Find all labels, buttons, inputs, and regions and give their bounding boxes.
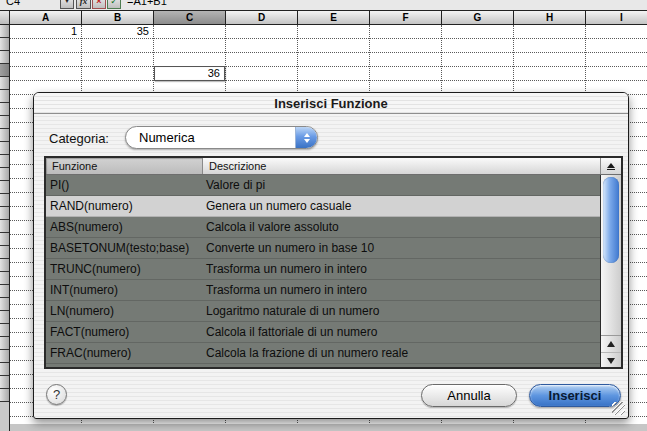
row-header-19[interactable] (0, 259, 9, 272)
row-header-29[interactable] (0, 389, 9, 402)
popup-arrows-icon (295, 127, 317, 148)
arrow-up-icon (607, 341, 615, 347)
row-header-25[interactable] (0, 337, 9, 350)
row-header-3[interactable] (0, 51, 9, 64)
column-header-D[interactable]: D (226, 11, 298, 24)
column-header-descrizione[interactable]: Descrizione (203, 158, 600, 174)
row-header-4[interactable] (0, 64, 9, 77)
column-header-A[interactable]: A (10, 11, 82, 24)
function-row[interactable]: SQRT(numero)Calcola la radice quadrata d… (46, 364, 600, 367)
function-row[interactable]: FACT(numero)Calcola il fattoriale di un … (46, 322, 600, 343)
function-row[interactable]: FRAC(numero)Calcola la frazione di un nu… (46, 343, 600, 364)
column-header-B[interactable]: B (82, 11, 154, 24)
row-header-23[interactable] (0, 311, 9, 324)
row-header-27[interactable] (0, 363, 9, 376)
function-row[interactable]: RAND(numero)Genera un numero casuale (46, 196, 600, 217)
function-row[interactable]: TRUNC(numero)Trasforma un numero in inte… (46, 259, 600, 280)
row-header-17[interactable] (0, 233, 9, 246)
row-header-20[interactable] (0, 272, 9, 285)
column-headers: ABCDEFGHI (10, 10, 647, 25)
row-header-24[interactable] (0, 324, 9, 337)
insert-button[interactable]: Inserisci (529, 384, 621, 407)
function-list: Funzione Descrizione PI()Valore di piRAN… (44, 156, 623, 369)
row-header-16[interactable] (0, 220, 9, 233)
sort-button[interactable] (600, 158, 621, 174)
cancel-button[interactable]: Annulla (421, 384, 517, 407)
column-header-funzione[interactable]: Funzione (46, 158, 203, 174)
help-button[interactable]: ? (46, 384, 67, 405)
row-header-12[interactable] (0, 168, 9, 181)
function-name: TRUNC(numero) (50, 259, 141, 280)
cell-C4[interactable]: 36 (154, 66, 225, 81)
function-description: Genera un numero casuale (206, 196, 351, 217)
cell-reference[interactable]: C4 (6, 0, 20, 7)
gridline-horizontal (10, 66, 647, 67)
list-scrollbar[interactable] (600, 175, 621, 367)
scroll-down-button[interactable] (601, 352, 621, 368)
function-name: FRAC(numero) (50, 343, 131, 364)
resize-grip[interactable] (612, 402, 625, 415)
row-header-15[interactable] (0, 207, 9, 220)
row-header-22[interactable] (0, 298, 9, 311)
function-row[interactable]: BASETONUM(testo;base)Converte un numero … (46, 238, 600, 259)
function-name: BASETONUM(testo;base) (50, 238, 189, 259)
formula-bar: C4 ▼ fx × ✓ =A1+B1 (0, 0, 647, 10)
row-header-7[interactable] (0, 103, 9, 116)
formula-input[interactable]: =A1+B1 (127, 0, 167, 7)
function-name: PI() (50, 175, 69, 196)
sheet-corner-cell (0, 10, 10, 25)
function-name: ABS(numero) (50, 217, 123, 238)
column-header-I[interactable]: I (586, 11, 647, 24)
function-row[interactable]: LN(numero)Logaritmo naturale di un numer… (46, 301, 600, 322)
accept-entry-icon[interactable]: ✓ (107, 0, 121, 9)
row-header-14[interactable] (0, 194, 9, 207)
row-headers (0, 25, 10, 431)
column-header-C[interactable]: C (154, 11, 226, 24)
dialog-title: Inserisci Funzione (34, 93, 628, 114)
row-header-18[interactable] (0, 246, 9, 259)
row-header-5[interactable] (0, 77, 9, 90)
dialog-titlebar[interactable]: Inserisci Funzione (34, 93, 628, 114)
row-header-2[interactable] (0, 38, 9, 51)
function-description: Trasforma un numero in intero (206, 280, 367, 301)
function-icon[interactable]: fx (76, 0, 91, 9)
function-description: Calcola il fattoriale di un numero (206, 322, 377, 343)
column-header-E[interactable]: E (298, 11, 370, 24)
function-row[interactable]: INT(numero)Trasforma un numero in intero (46, 280, 600, 301)
row-header-11[interactable] (0, 155, 9, 168)
column-header-G[interactable]: G (442, 11, 514, 24)
row-header-13[interactable] (0, 181, 9, 194)
row-header-10[interactable] (0, 142, 9, 155)
function-name: SQRT(numero) (50, 364, 132, 367)
category-label: Categoria: (49, 131, 109, 146)
sheet-bottom-band (10, 424, 647, 431)
column-header-F[interactable]: F (370, 11, 442, 24)
row-header-26[interactable] (0, 350, 9, 363)
insert-function-dialog: Inserisci Funzione Categoria: Numerica F… (33, 92, 629, 419)
scroll-up-button[interactable] (601, 336, 621, 352)
cell-A1[interactable]: 1 (10, 25, 81, 38)
scrollbar-thumb[interactable] (603, 177, 619, 263)
sort-icon (607, 163, 615, 168)
row-header-9[interactable] (0, 129, 9, 142)
function-rows: PI()Valore di piRAND(numero)Genera un nu… (46, 175, 600, 367)
row-header-6[interactable] (0, 90, 9, 103)
cell-B1[interactable]: 35 (82, 25, 153, 38)
row-header-1[interactable] (0, 25, 9, 38)
app-window: C4 ▼ fx × ✓ =A1+B1 ABCDEFGHI 13536 Inser… (0, 0, 647, 431)
row-header-28[interactable] (0, 376, 9, 389)
gridline-horizontal (10, 38, 647, 39)
column-header-H[interactable]: H (514, 11, 586, 24)
function-row[interactable]: ABS(numero)Calcola il valore assoluto (46, 217, 600, 238)
row-header-21[interactable] (0, 285, 9, 298)
category-popup[interactable]: Numerica (125, 126, 318, 149)
arrow-down-icon (607, 358, 615, 364)
cancel-entry-icon[interactable]: × (92, 0, 106, 9)
category-value: Numerica (139, 127, 195, 148)
row-header-8[interactable] (0, 116, 9, 129)
function-description: Calcola il valore assoluto (206, 217, 339, 238)
chevron-down-icon[interactable]: ▼ (60, 0, 74, 9)
function-description: Calcola la radice quadrata di un numero (206, 364, 419, 367)
function-row[interactable]: PI()Valore di pi (46, 175, 600, 196)
function-name: LN(numero) (50, 301, 114, 322)
